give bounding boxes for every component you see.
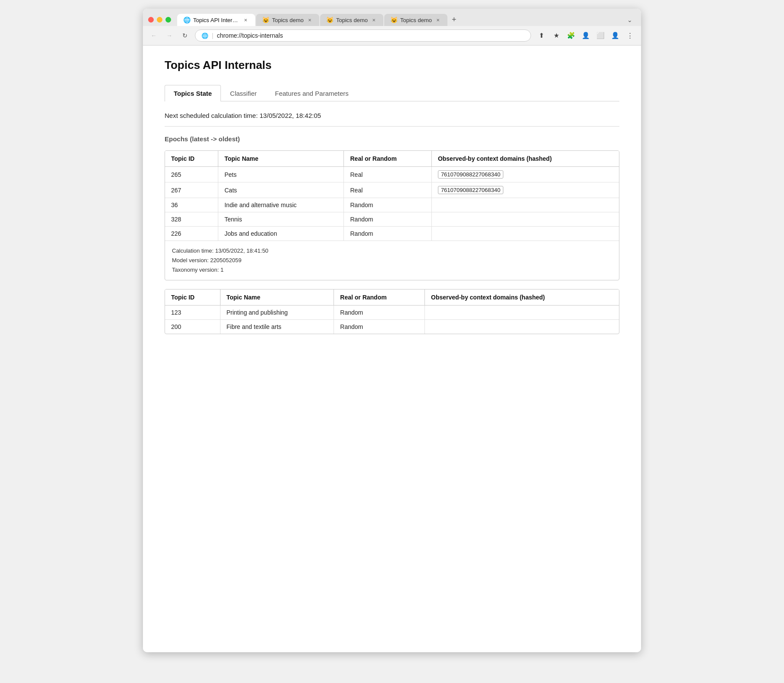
- col-domains-1: Observed-by context domains (hashed): [431, 151, 619, 167]
- tab-classifier[interactable]: Classifier: [221, 85, 266, 101]
- col-real-random-1: Real or Random: [344, 151, 431, 167]
- title-bar: 🌐 Topics API Intern… ✕ 😺 Topics demo ✕ 😺…: [143, 9, 641, 26]
- cell-topic-id: 265: [165, 167, 218, 182]
- cell-topic-id: 328: [165, 212, 218, 227]
- tab-3-close[interactable]: ✕: [370, 16, 377, 23]
- tab-4-icon: 😺: [390, 16, 398, 23]
- domain-badge: 7610709088227068340: [438, 170, 503, 179]
- menu-icon[interactable]: ⋮: [624, 29, 636, 42]
- cell-domains: [431, 198, 619, 212]
- cell-domains: [431, 212, 619, 227]
- col-topic-name-2: Topic Name: [220, 289, 334, 306]
- table-header-row: Topic ID Topic Name Real or Random Obser…: [165, 151, 619, 167]
- table-row: 36Indie and alternative musicRandom: [165, 198, 619, 212]
- epoch-1-taxonomy-version: Taxonomy version: 1: [172, 265, 612, 275]
- traffic-lights: [148, 17, 171, 23]
- tab-topics-state[interactable]: Topics State: [165, 85, 221, 101]
- cell-topic-id: 123: [165, 306, 220, 320]
- close-button[interactable]: [148, 17, 154, 23]
- cell-domains: [425, 306, 619, 320]
- tabs-bar: 🌐 Topics API Intern… ✕ 😺 Topics demo ✕ 😺…: [177, 13, 636, 26]
- tab-features-params[interactable]: Features and Parameters: [266, 85, 358, 101]
- page-title: Topics API Internals: [165, 59, 619, 72]
- cell-real-random: Random: [334, 320, 425, 334]
- tab-4-close[interactable]: ✕: [434, 16, 441, 23]
- cell-real-random: Random: [344, 198, 431, 212]
- bookmark-icon[interactable]: ★: [550, 29, 562, 42]
- address-icon: 🌐: [201, 33, 208, 39]
- table-row: 328TennisRandom: [165, 212, 619, 227]
- profile-extension-icon[interactable]: 👤: [580, 29, 592, 42]
- browser-tab-1[interactable]: 🌐 Topics API Intern… ✕: [177, 14, 255, 26]
- cell-topic-name: Jobs and education: [218, 227, 344, 241]
- tab-2-label: Topics demo: [272, 17, 304, 23]
- tab-1-icon: 🌐: [183, 16, 191, 23]
- cell-topic-name: Cats: [218, 182, 344, 198]
- browser-tab-3[interactable]: 😺 Topics demo ✕: [320, 14, 383, 26]
- tab-3-label: Topics demo: [336, 17, 368, 23]
- page-content: Topics API Internals Topics State Classi…: [143, 46, 641, 652]
- table-row: 226Jobs and educationRandom: [165, 227, 619, 241]
- tab-1-close[interactable]: ✕: [242, 16, 249, 23]
- tab-navigation: Topics State Classifier Features and Par…: [165, 85, 619, 101]
- tab-2-close[interactable]: ✕: [306, 16, 313, 23]
- cell-topic-id: 267: [165, 182, 218, 198]
- address-bar-row: ← → ↻ 🌐 | chrome://topics-internals ⬆ ★ …: [143, 26, 641, 46]
- scheduled-time-text: Next scheduled calculation time: 13/05/2…: [165, 112, 619, 119]
- tab-3-icon: 😺: [326, 16, 334, 23]
- new-tab-button[interactable]: +: [448, 13, 460, 26]
- cell-domains: [431, 227, 619, 241]
- address-separator: |: [212, 32, 214, 39]
- maximize-button[interactable]: [165, 17, 171, 23]
- address-bar[interactable]: 🌐 | chrome://topics-internals: [195, 29, 531, 42]
- col-topic-id-2: Topic ID: [165, 289, 220, 306]
- back-button[interactable]: ←: [148, 30, 159, 41]
- cell-domains: [425, 320, 619, 334]
- cell-real-random: Random: [344, 227, 431, 241]
- profile-icon[interactable]: 👤: [609, 29, 621, 42]
- col-domains-2: Observed-by context domains (hashed): [425, 289, 619, 306]
- cell-topic-name: Pets: [218, 167, 344, 182]
- address-url: chrome://topics-internals: [217, 32, 525, 39]
- cell-topic-name: Indie and alternative music: [218, 198, 344, 212]
- table-row: 200Fibre and textile artsRandom: [165, 320, 619, 334]
- cell-topic-id: 200: [165, 320, 220, 334]
- cell-domains: 7610709088227068340: [431, 167, 619, 182]
- epoch-1-table: Topic ID Topic Name Real or Random Obser…: [165, 151, 619, 241]
- cell-topic-id: 36: [165, 198, 218, 212]
- sidebar-icon[interactable]: ⬜: [594, 29, 606, 42]
- epoch-block-1: Topic ID Topic Name Real or Random Obser…: [165, 150, 619, 280]
- browser-tab-4[interactable]: 😺 Topics demo ✕: [384, 14, 447, 26]
- col-topic-name-1: Topic Name: [218, 151, 344, 167]
- cell-real-random: Random: [344, 212, 431, 227]
- cell-real-random: Random: [334, 306, 425, 320]
- table-row: 267CatsReal7610709088227068340: [165, 182, 619, 198]
- cell-topic-id: 226: [165, 227, 218, 241]
- col-real-random-2: Real or Random: [334, 289, 425, 306]
- table-header-row-2: Topic ID Topic Name Real or Random Obser…: [165, 289, 619, 306]
- tab-list-chevron[interactable]: ⌄: [624, 14, 636, 26]
- tab-2-icon: 😺: [262, 16, 269, 23]
- forward-button[interactable]: →: [164, 30, 175, 41]
- cell-real-random: Real: [344, 182, 431, 198]
- minimize-button[interactable]: [157, 17, 162, 23]
- extensions-icon[interactable]: 🧩: [565, 29, 577, 42]
- tab-1-label: Topics API Intern…: [193, 17, 240, 23]
- browser-window: 🌐 Topics API Intern… ✕ 😺 Topics demo ✕ 😺…: [143, 9, 641, 652]
- cell-topic-name: Tennis: [218, 212, 344, 227]
- domain-badge: 7610709088227068340: [438, 186, 503, 194]
- epoch-1-model-version: Model version: 2205052059: [172, 256, 612, 265]
- share-icon[interactable]: ⬆: [535, 29, 548, 42]
- epochs-title: Epochs (latest -> oldest): [165, 135, 619, 143]
- col-topic-id-1: Topic ID: [165, 151, 218, 167]
- cell-topic-name: Printing and publishing: [220, 306, 334, 320]
- cell-topic-name: Fibre and textile arts: [220, 320, 334, 334]
- reload-button[interactable]: ↻: [179, 30, 191, 41]
- cell-real-random: Real: [344, 167, 431, 182]
- toolbar-icons: ⬆ ★ 🧩 👤 ⬜ 👤 ⋮: [535, 29, 636, 42]
- section-divider: [165, 126, 619, 127]
- epoch-block-2: Topic ID Topic Name Real or Random Obser…: [165, 289, 619, 334]
- browser-tab-2[interactable]: 😺 Topics demo ✕: [256, 14, 319, 26]
- epoch-2-table: Topic ID Topic Name Real or Random Obser…: [165, 289, 619, 334]
- table-row: 123Printing and publishingRandom: [165, 306, 619, 320]
